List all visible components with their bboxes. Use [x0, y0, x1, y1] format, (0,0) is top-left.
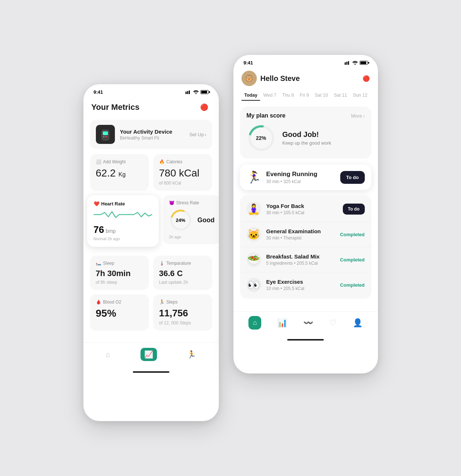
score-percent: 22% [256, 135, 266, 141]
yoga-emoji: 🧘‍♀️ [247, 202, 261, 216]
steps-card: 🏃 Steps 11,756 of 12, 000 Steps [153, 294, 212, 331]
stress-time: 2h ago [169, 235, 215, 239]
tab-wed7[interactable]: Wed 7 [260, 90, 279, 101]
svg-rect-6 [103, 136, 104, 137]
home-indicator [133, 371, 169, 373]
tab-sat11[interactable]: Sat 11 [331, 90, 350, 101]
left-phone-content: Your Metrics 🔴 Your Activ [83, 97, 219, 342]
home-icon: ⌂ [106, 350, 110, 359]
temperature-sub: Last update 2h [159, 280, 206, 285]
featured-activity-name: Evening Running [266, 171, 336, 178]
svg-rect-11 [345, 62, 346, 65]
yoga-todo-button[interactable]: To do [343, 204, 365, 215]
activity-item-salad: 🥗 Breakfast. Salad Mix 5 ingredirents • … [240, 247, 371, 272]
right-time: 9:41 [244, 60, 253, 66]
weight-label: ⬜ Add Weight [96, 159, 143, 164]
calories-card: 🔥 Calories 780 kCal of 600 kCal [153, 154, 212, 191]
rnav-activity[interactable]: 〰️ [303, 318, 313, 328]
metrics-icon: 📈 [144, 350, 153, 358]
svg-rect-5 [103, 131, 108, 135]
yoga-meta: 30 min • 105.5 kCal [266, 210, 338, 215]
device-card[interactable]: Your Activity Device BeHealthy Smart Fit… [90, 120, 212, 149]
featured-activity-info: Evening Running 30 min • 325 kCal [266, 171, 336, 184]
notification-button[interactable]: 🔴 [198, 101, 211, 114]
heart-wave-chart [94, 209, 152, 220]
left-bottom-nav: ⌂ 📈 🏃 [83, 342, 219, 368]
blood-o2-card: 🩸 Blood O2 95% [90, 294, 149, 331]
heart-bpm: 76 bmp [94, 224, 152, 235]
day-tabs: Today Wed 7 Thu 8 Fri 9 Sat 10 Sat 11 Su… [240, 90, 371, 101]
left-status-bar: 9:41 [83, 84, 219, 97]
sleep-temp-row: 🛏️ Sleep 7h 30min of 8h sleep 🌡️ Tempara… [90, 256, 212, 290]
device-image [96, 125, 115, 144]
stress-ring: 24% [169, 208, 192, 232]
featured-todo-button[interactable]: To do [340, 171, 364, 184]
svg-rect-2 [189, 90, 190, 94]
right-page-header: 🐵 Hello Steve 🔴 [240, 68, 371, 90]
keep-up-text: Keep up the good work [282, 140, 331, 146]
activity-list: 🧘‍♀️ Yoga For Back 30 min • 105.5 kCal T… [240, 195, 371, 299]
steps-value: 11,756 [159, 308, 206, 319]
device-brand: BeHealthy Smart Fit [120, 135, 184, 141]
page-title: Your Metrics [91, 103, 140, 112]
calories-sub: of 600 kCal [159, 181, 206, 186]
svg-point-3 [195, 93, 196, 94]
right-notif-button[interactable]: 🔴 [363, 75, 370, 82]
device-name: Your Activity Device [120, 129, 184, 135]
rnav-chart[interactable]: 📊 [277, 318, 287, 328]
svg-rect-0 [185, 92, 187, 94]
user-avatar: 🐵 [241, 71, 257, 86]
right-home-indicator [287, 339, 324, 341]
activity-item-eyes: 👀 Eye Exercises 10 min • 205.5 kCal Comp… [240, 272, 371, 297]
temperature-value: 36.6 C [159, 269, 206, 278]
stress-percent: 24% [176, 217, 185, 223]
featured-activity-card: 🏃‍♀️ Evening Running 30 min • 325 kCal T… [240, 164, 371, 190]
left-page-header: Your Metrics 🔴 [90, 97, 212, 120]
tab-fri9[interactable]: Fri 9 [297, 90, 312, 101]
more-link[interactable]: More › [351, 113, 365, 119]
tab-thu8[interactable]: Thu 8 [279, 90, 297, 101]
sleep-label: 🛏️ Sleep [96, 261, 143, 266]
exam-completed: Completed [340, 232, 364, 237]
good-job-text: Good Job! [282, 130, 331, 139]
svg-rect-1 [187, 91, 188, 94]
temperature-label: 🌡️ Temparature [159, 261, 206, 266]
rnav-home[interactable]: ⌂ [248, 316, 261, 330]
eyes-name: Eye Exercises [266, 279, 335, 285]
sleep-card: 🛏️ Sleep 7h 30min of 8h sleep [90, 256, 149, 290]
svg-point-14 [355, 64, 356, 65]
nav-activity[interactable]: 🏃 [187, 350, 196, 359]
eyes-meta: 10 min • 205.5 kCal [266, 286, 335, 291]
activity-item-exam: 🐱 General Examination 30 min • Therapist… [240, 222, 371, 247]
plan-score-card: My plan score More › 22% [240, 107, 371, 159]
svg-rect-7 [105, 136, 106, 137]
left-status-icons [185, 90, 209, 94]
nav-metrics[interactable]: 📈 [140, 348, 157, 361]
tab-sun12[interactable]: Sun 12 [350, 90, 371, 101]
plan-score-header: My plan score More › [247, 112, 365, 119]
setup-button[interactable]: Set Up › [189, 132, 206, 137]
eyes-emoji: 👀 [247, 278, 261, 292]
yoga-name: Yoga For Back [266, 203, 338, 209]
eyes-completed: Completed [340, 282, 364, 288]
svg-rect-12 [346, 62, 347, 65]
rnav-profile[interactable]: 👤 [353, 318, 363, 328]
greeting-text: Hello Steve [261, 74, 300, 83]
heart-label: ❤️ Heart Rate [94, 201, 152, 207]
device-info: Your Activity Device BeHealthy Smart Fit [120, 129, 184, 141]
featured-activity-meta: 30 min • 325 kCal [266, 179, 336, 184]
tab-mon13[interactable]: Mon 13 [370, 90, 371, 101]
weight-calories-grid: ⬜ Add Weight 62.2 Kg 🔥 Calories 780 kCal [90, 154, 212, 191]
tab-today[interactable]: Today [241, 90, 261, 101]
tab-sat10[interactable]: Sat 10 [312, 90, 331, 101]
activity-icon: 🏃 [187, 350, 196, 359]
rnav-heart[interactable]: ♡ [329, 318, 337, 328]
stress-ring-wrap: 24% Good [169, 208, 215, 232]
blood-steps-row: 🩸 Blood O2 95% 🏃 Steps 11,756 of 12, 000… [90, 294, 212, 331]
plan-score-text: Good Job! Keep up the good work [282, 130, 331, 146]
notification-icon: 🔴 [200, 103, 208, 111]
left-time: 9:41 [94, 89, 103, 95]
temperature-card: 🌡️ Temparature 36.6 C Last update 2h [153, 256, 212, 290]
stress-label: 😈 Stress Rate [169, 200, 215, 205]
nav-home[interactable]: ⌂ [106, 350, 110, 359]
